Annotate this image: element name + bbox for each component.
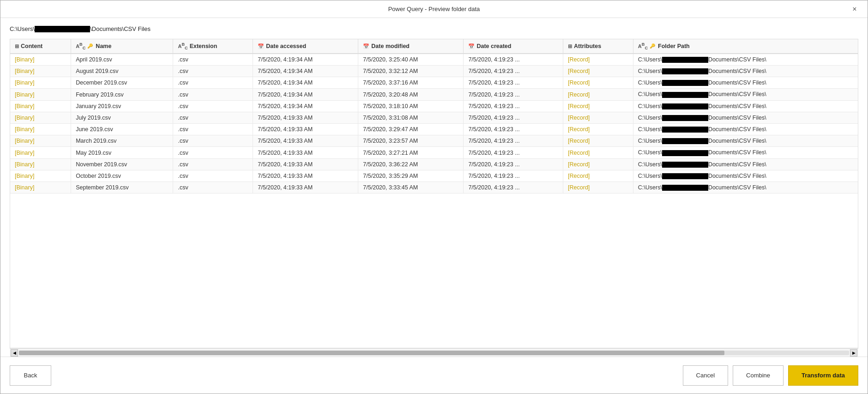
folder-key-icon: 🔑 — [650, 43, 655, 48]
cell-date_created: 7/5/2020, 4:19:23 ... — [464, 158, 563, 170]
scroll-track[interactable] — [19, 351, 849, 355]
table-row: [Binary]September 2019.csv.csv7/5/2020, … — [10, 182, 858, 194]
folder-path-redacted — [662, 150, 708, 156]
cell-attributes: [Record] — [563, 66, 633, 77]
path-bar: C:\Users\ \Documents\CSV Files — [10, 25, 858, 32]
cell-date_accessed: 7/5/2020, 4:19:34 AM — [253, 100, 358, 112]
footer-left-buttons: Back — [10, 365, 51, 386]
close-button[interactable]: × — [849, 4, 860, 15]
folder-path-redacted — [662, 127, 708, 133]
scroll-thumb[interactable] — [19, 351, 724, 355]
folder-path-redacted — [662, 173, 708, 179]
transform-data-button[interactable]: Transform data — [788, 365, 858, 386]
cell-date_accessed: 7/5/2020, 4:19:33 AM — [253, 182, 358, 194]
table-row: [Binary]June 2019.csv.csv7/5/2020, 4:19:… — [10, 124, 858, 135]
col-header-name[interactable]: ABC 🔑 Name — [71, 39, 173, 54]
cell-name: April 2019.csv — [71, 54, 173, 66]
table-row: [Binary]March 2019.csv.csv7/5/2020, 4:19… — [10, 135, 858, 147]
cell-date_modified: 7/5/2020, 3:18:10 AM — [358, 100, 464, 112]
combine-button[interactable]: Combine — [733, 365, 784, 386]
attributes-icon: ⊞ — [568, 43, 572, 49]
col-header-date-accessed[interactable]: 📅 Date accessed — [253, 39, 358, 54]
col-header-content[interactable]: ⊞ Content — [10, 39, 71, 54]
cell-date_created: 7/5/2020, 4:19:23 ... — [464, 77, 563, 89]
scroll-left-arrow[interactable]: ◀ — [11, 349, 18, 357]
cell-date_modified: 7/5/2020, 3:33:45 AM — [358, 182, 464, 194]
cell-date_created: 7/5/2020, 4:19:23 ... — [464, 170, 563, 182]
cell-date_created: 7/5/2020, 4:19:23 ... — [464, 182, 563, 194]
horizontal-scrollbar[interactable]: ◀ ▶ — [10, 348, 858, 357]
cell-folder_path: C:\Users\Documents\CSV Files\ — [633, 54, 858, 66]
cell-date_modified: 7/5/2020, 3:37:16 AM — [358, 77, 464, 89]
folder-path-redacted — [662, 162, 708, 168]
cell-attributes: [Record] — [563, 124, 633, 135]
folder-path-abc-icon: ABC — [638, 42, 648, 50]
scroll-right-arrow[interactable]: ▶ — [850, 349, 857, 357]
folder-path-redacted — [662, 57, 708, 63]
data-table-container[interactable]: ⊞ Content ABC 🔑 Name — [10, 39, 858, 348]
dialog-title: Power Query - Preview folder data — [19, 6, 849, 12]
col-header-attributes[interactable]: ⊞ Attributes — [563, 39, 633, 54]
cell-date_modified: 7/5/2020, 3:23:57 AM — [358, 135, 464, 147]
cell-date_modified: 7/5/2020, 3:25:40 AM — [358, 54, 464, 66]
dialog-body: C:\Users\ \Documents\CSV Files ⊞ Content — [0, 18, 868, 357]
cell-content: [Binary] — [10, 54, 71, 66]
folder-path-redacted — [662, 80, 708, 86]
cell-content: [Binary] — [10, 147, 71, 158]
back-button[interactable]: Back — [10, 365, 51, 386]
folder-path-redacted — [662, 68, 708, 74]
folder-path-redacted — [662, 103, 708, 109]
cell-name: June 2019.csv — [71, 124, 173, 135]
cell-attributes: [Record] — [563, 182, 633, 194]
cell-attributes: [Record] — [563, 158, 633, 170]
cell-folder_path: C:\Users\Documents\CSV Files\ — [633, 135, 858, 147]
cell-extension: .csv — [173, 170, 253, 182]
col-header-date-modified[interactable]: 📅 Date modified — [358, 39, 464, 54]
table-row: [Binary]May 2019.csv.csv7/5/2020, 4:19:3… — [10, 147, 858, 158]
cell-date_accessed: 7/5/2020, 4:19:34 AM — [253, 89, 358, 100]
cell-name: November 2019.csv — [71, 158, 173, 170]
cell-name: January 2019.csv — [71, 100, 173, 112]
data-table: ⊞ Content ABC 🔑 Name — [10, 39, 858, 194]
table-header-row: ⊞ Content ABC 🔑 Name — [10, 39, 858, 54]
footer-right-buttons: Cancel Combine Transform data — [683, 365, 858, 386]
cell-content: [Binary] — [10, 77, 71, 89]
cell-date_modified: 7/5/2020, 3:32:12 AM — [358, 66, 464, 77]
cell-date_created: 7/5/2020, 4:19:23 ... — [464, 112, 563, 123]
cell-date_modified: 7/5/2020, 3:27:21 AM — [358, 147, 464, 158]
cell-date_accessed: 7/5/2020, 4:19:33 AM — [253, 112, 358, 123]
table-row: [Binary]December 2019.csv.csv7/5/2020, 4… — [10, 77, 858, 89]
cell-name: July 2019.csv — [71, 112, 173, 123]
key-icon: 🔑 — [87, 43, 93, 48]
cell-date_created: 7/5/2020, 4:19:23 ... — [464, 124, 563, 135]
cell-date_accessed: 7/5/2020, 4:19:33 AM — [253, 135, 358, 147]
cell-attributes: [Record] — [563, 112, 633, 123]
cell-content: [Binary] — [10, 158, 71, 170]
cancel-button[interactable]: Cancel — [683, 365, 728, 386]
cell-folder_path: C:\Users\Documents\CSV Files\ — [633, 182, 858, 194]
col-header-extension[interactable]: ABC Extension — [173, 39, 253, 54]
table-row: [Binary]January 2019.csv.csv7/5/2020, 4:… — [10, 100, 858, 112]
folder-path-redacted — [662, 185, 708, 191]
table-row: [Binary]October 2019.csv.csv7/5/2020, 4:… — [10, 170, 858, 182]
cell-name: December 2019.csv — [71, 77, 173, 89]
cell-date_modified: 7/5/2020, 3:36:22 AM — [358, 158, 464, 170]
cell-extension: .csv — [173, 182, 253, 194]
col-header-date-created[interactable]: 📅 Date created — [464, 39, 563, 54]
cell-content: [Binary] — [10, 66, 71, 77]
cell-date_created: 7/5/2020, 4:19:23 ... — [464, 147, 563, 158]
cell-content: [Binary] — [10, 170, 71, 182]
cell-date_accessed: 7/5/2020, 4:19:33 AM — [253, 124, 358, 135]
cell-content: [Binary] — [10, 124, 71, 135]
cell-extension: .csv — [173, 135, 253, 147]
cell-date_created: 7/5/2020, 4:19:23 ... — [464, 54, 563, 66]
col-header-folder-path[interactable]: ABC 🔑 Folder Path — [633, 39, 858, 54]
abc-ext-icon: ABC — [178, 42, 187, 50]
cell-folder_path: C:\Users\Documents\CSV Files\ — [633, 124, 858, 135]
cell-extension: .csv — [173, 77, 253, 89]
table-row: [Binary]February 2019.csv.csv7/5/2020, 4… — [10, 89, 858, 100]
cell-content: [Binary] — [10, 135, 71, 147]
path-redacted-username — [35, 26, 90, 32]
cell-folder_path: C:\Users\Documents\CSV Files\ — [633, 66, 858, 77]
cell-extension: .csv — [173, 112, 253, 123]
